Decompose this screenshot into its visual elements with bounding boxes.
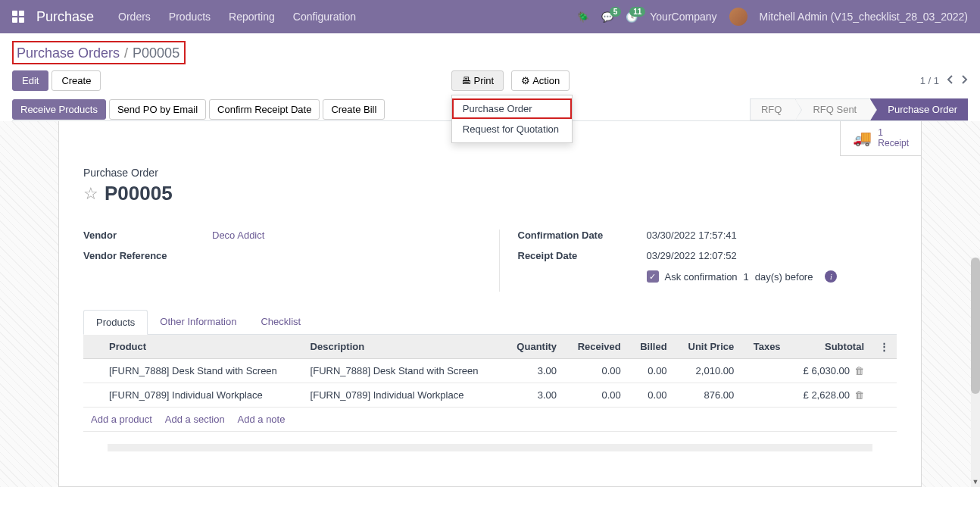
confirm-date-label: Confirmation Date xyxy=(518,230,647,241)
user-name[interactable]: Mitchell Admin (V15_checklist_28_03_2022… xyxy=(760,11,969,23)
drag-handle-icon[interactable] xyxy=(83,383,101,408)
trash-icon[interactable]: 🗑 xyxy=(854,389,864,401)
top-navbar: Purchase Orders Products Reporting Confi… xyxy=(0,0,980,33)
truck-icon: 🚚 xyxy=(853,129,872,147)
receive-products-button[interactable]: Receive Products xyxy=(12,99,106,120)
breadcrumb-parent[interactable]: Purchase Orders xyxy=(17,45,120,61)
vendor-ref-label: Vendor Reference xyxy=(83,250,212,261)
tab-other-information[interactable]: Other Information xyxy=(148,310,248,334)
add-note-link[interactable]: Add a note xyxy=(238,414,286,425)
create-button[interactable]: Create xyxy=(51,70,101,91)
status-steps: RFQ RFQ Sent Purchase Order xyxy=(750,98,968,120)
send-po-button[interactable]: Send PO by Email xyxy=(109,99,206,120)
bug-icon[interactable]: 🪲 xyxy=(577,11,589,23)
table-row[interactable]: [FURN_0789] Individual Workplace [FURN_0… xyxy=(83,383,897,408)
receipt-count: 1 xyxy=(878,127,909,138)
cell-unit-price: 876.00 xyxy=(675,383,742,408)
trash-icon[interactable]: 🗑 xyxy=(854,365,864,376)
user-avatar[interactable] xyxy=(729,8,747,26)
add-section-link[interactable]: Add a section xyxy=(165,414,225,425)
status-rfq-sent[interactable]: RFQ Sent xyxy=(795,98,870,120)
messages-badge: 5 xyxy=(610,7,622,17)
scrollbar-down-arrow[interactable]: ▼ xyxy=(971,476,980,487)
col-quantity: Quantity xyxy=(504,335,564,359)
ask-confirm-days: 1 xyxy=(744,271,749,283)
messages-icon[interactable]: 💬5 xyxy=(601,11,613,23)
activities-icon[interactable]: 🕓11 xyxy=(626,11,638,23)
vendor-label: Vendor xyxy=(83,230,212,241)
status-rfq[interactable]: RFQ xyxy=(750,98,795,120)
col-billed: Billed xyxy=(629,335,675,359)
create-bill-button[interactable]: Create Bill xyxy=(323,99,385,120)
activities-badge: 11 xyxy=(629,7,645,17)
control-panel: Purchase Orders / P00005 Edit Create 🖶 P… xyxy=(0,33,980,121)
pager-prev-icon[interactable] xyxy=(947,74,954,87)
col-unit-price: Unit Price xyxy=(675,335,742,359)
col-received: Received xyxy=(564,335,629,359)
edit-button[interactable]: Edit xyxy=(12,70,48,91)
receipt-date-label: Receipt Date xyxy=(518,250,647,261)
cell-empty xyxy=(872,359,897,383)
cell-received: 0.00 xyxy=(564,359,629,383)
nav-configuration[interactable]: Configuration xyxy=(293,11,356,23)
product-lines-table: Product Description Quantity Received Bi… xyxy=(83,335,897,432)
apps-icon[interactable] xyxy=(12,11,24,23)
receipt-label: Receipt xyxy=(878,138,909,148)
cell-quantity: 3.00 xyxy=(504,359,564,383)
print-button[interactable]: 🖶 Print xyxy=(451,70,504,91)
breadcrumb: Purchase Orders / P00005 xyxy=(17,45,179,61)
nav-orders[interactable]: Orders xyxy=(118,11,151,23)
vendor-link[interactable]: Deco Addict xyxy=(212,230,264,241)
status-purchase-order[interactable]: Purchase Order xyxy=(870,98,968,120)
print-dropdown: Purchase Order Request for Quotation xyxy=(451,95,573,143)
sheet-background: 🚚 1 Receipt Purchase Order ☆ P00005 Vend… xyxy=(0,121,980,487)
vertical-scrollbar[interactable]: ▼ xyxy=(971,258,980,487)
col-subtotal: Subtotal xyxy=(788,335,872,359)
cell-empty xyxy=(872,383,897,408)
cell-subtotal: £ 2,628.00🗑 xyxy=(788,383,872,408)
favorite-star-icon[interactable]: ☆ xyxy=(83,184,98,204)
nav-reporting[interactable]: Reporting xyxy=(229,11,275,23)
gear-icon: ⚙ xyxy=(521,75,530,86)
form-sheet: 🚚 1 Receipt Purchase Order ☆ P00005 Vend… xyxy=(58,121,922,487)
breadcrumb-current: P00005 xyxy=(133,45,179,61)
cell-quantity: 3.00 xyxy=(504,383,564,408)
action-label: Action xyxy=(532,75,560,86)
col-handle xyxy=(83,335,101,359)
add-product-link[interactable]: Add a product xyxy=(91,414,152,425)
print-icon: 🖶 xyxy=(461,75,471,86)
print-rfq[interactable]: Request for Quotation xyxy=(452,119,572,139)
confirm-receipt-button[interactable]: Confirm Receipt Date xyxy=(209,99,320,120)
scrollbar-thumb[interactable] xyxy=(971,258,980,394)
print-label: Print xyxy=(473,75,494,86)
col-description: Description xyxy=(303,335,504,359)
cell-taxes xyxy=(741,383,788,408)
info-icon[interactable]: i xyxy=(825,270,837,283)
breadcrumb-highlight: Purchase Orders / P00005 xyxy=(12,41,186,64)
company-name[interactable]: YourCompany xyxy=(650,11,716,23)
drag-handle-icon[interactable] xyxy=(83,359,101,383)
receipt-stat-button[interactable]: 🚚 1 Receipt xyxy=(840,121,921,156)
table-row[interactable]: [FURN_7888] Desk Stand with Screen [FURN… xyxy=(83,359,897,383)
cell-subtotal: £ 6,030.00🗑 xyxy=(788,359,872,383)
col-taxes: Taxes xyxy=(741,335,788,359)
receipt-date-value: 03/29/2022 12:07:52 xyxy=(647,250,737,261)
action-button[interactable]: ⚙ Action xyxy=(511,70,570,91)
cell-taxes xyxy=(741,359,788,383)
pager-next-icon[interactable] xyxy=(960,74,968,87)
tab-checklist[interactable]: Checklist xyxy=(248,310,313,334)
tab-products[interactable]: Products xyxy=(83,310,148,335)
app-brand[interactable]: Purchase xyxy=(36,9,94,25)
form-tabs: Products Other Information Checklist xyxy=(83,310,897,335)
ask-confirm-suffix: day(s) before xyxy=(755,271,813,283)
nav-products[interactable]: Products xyxy=(169,11,211,23)
print-purchase-order[interactable]: Purchase Order xyxy=(452,98,572,119)
ask-confirm-label: Ask confirmation xyxy=(665,271,738,283)
col-kebab-icon[interactable]: ⋮ xyxy=(872,335,897,359)
ask-confirm-checkbox[interactable]: ✓ xyxy=(647,270,659,283)
confirm-date-value: 03/30/2022 17:57:41 xyxy=(647,230,737,241)
form-left-col: Vendor Deco Addict Vendor Reference xyxy=(83,230,463,292)
form-right-col: Confirmation Date 03/30/2022 17:57:41 Re… xyxy=(499,230,897,292)
cell-received: 0.00 xyxy=(564,383,629,408)
cell-billed: 0.00 xyxy=(629,359,675,383)
